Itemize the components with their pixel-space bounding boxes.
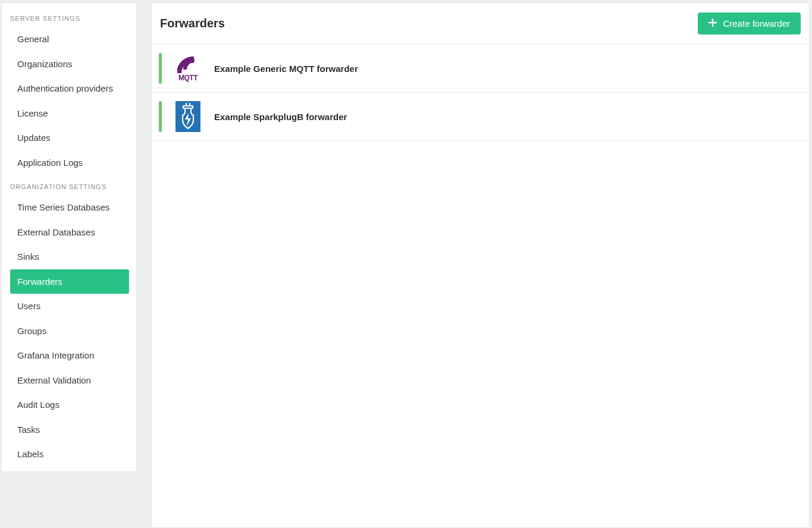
settings-sidebar: SERVER SETTINGS General Organizations Au… [1,2,137,472]
sidebar-item-sinks[interactable]: Sinks [2,244,136,269]
forwarder-name: Example SparkplugB forwarder [214,112,347,122]
organization-settings-heading: ORGANIZATION SETTINGS [2,178,136,195]
create-forwarder-label: Create forwarder [723,18,790,29]
status-indicator [159,53,162,84]
sidebar-item-forwarders[interactable]: Forwarders [10,269,129,294]
sidebar-item-external-validation[interactable]: External Validation [2,368,136,393]
page-title: Forwarders [160,17,225,30]
forwarder-name: Example Generic MQTT forwarder [214,64,358,74]
sidebar-item-users[interactable]: Users [2,294,136,319]
sidebar-item-time-series-databases[interactable]: Time Series Databases [2,195,136,220]
create-forwarder-button[interactable]: Create forwarder [698,12,801,34]
forwarder-row-mqtt[interactable]: MQTT Example Generic MQTT forwarder [152,45,809,93]
sidebar-item-updates[interactable]: Updates [2,125,136,150]
sidebar-item-labels[interactable]: Labels [2,442,136,467]
sidebar-item-external-databases[interactable]: External Databases [2,220,136,245]
svg-point-0 [190,58,195,63]
sidebar-item-auth-providers[interactable]: Authentication providers [2,76,136,101]
sidebar-item-application-logs[interactable]: Application Logs [2,150,136,175]
sidebar-item-groups[interactable]: Groups [2,319,136,344]
status-indicator [159,101,162,132]
forwarder-row-sparkplug[interactable]: Example SparkplugB forwarder [152,93,809,141]
sidebar-item-license[interactable]: License [2,101,136,126]
forwarders-list: MQTT Example Generic MQTT forwarder Ex [152,45,809,527]
sparkplug-icon [174,101,202,132]
sidebar-item-organizations[interactable]: Organizations [2,52,136,77]
main-header: Forwarders Create forwarder [152,3,809,45]
main-panel: Forwarders Create forwarder MQTT E [151,2,810,528]
svg-text:MQTT: MQTT [178,74,198,82]
mqtt-icon: MQTT [174,53,202,84]
plus-icon [708,18,717,29]
sidebar-item-general[interactable]: General [2,27,136,52]
server-settings-heading: SERVER SETTINGS [2,10,136,27]
sidebar-item-tasks[interactable]: Tasks [2,417,136,442]
sidebar-item-audit-logs[interactable]: Audit Logs [2,392,136,417]
sidebar-item-grafana-integration[interactable]: Grafana Integration [2,343,136,368]
